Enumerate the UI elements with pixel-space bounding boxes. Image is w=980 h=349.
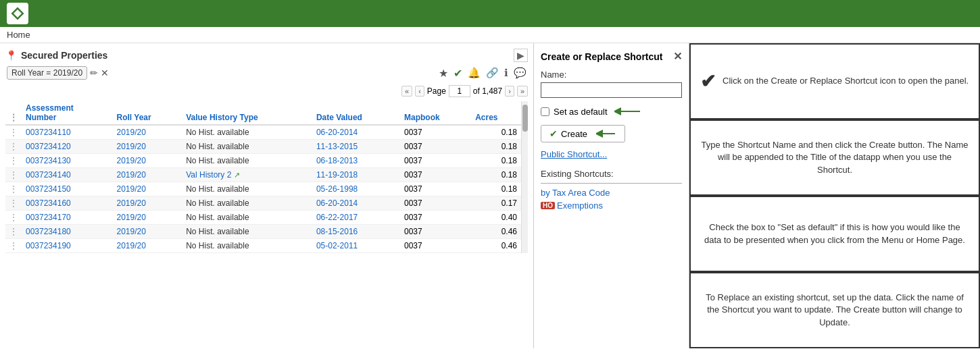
assessment-cell[interactable]: 0037234170 <box>22 211 113 225</box>
roll-year-cell: 2019/20 <box>113 211 182 225</box>
tooltip-1: ✔ Click on the Create or Replace Shortcu… <box>689 43 980 119</box>
share-icon[interactable]: 🔗 <box>486 67 499 79</box>
shortcut-item-tax[interactable]: by Tax Area Code <box>541 188 682 198</box>
assessment-cell[interactable]: 0037234150 <box>22 182 113 196</box>
edit-filter-icon[interactable]: ✏ <box>90 68 98 78</box>
assessment-cell[interactable]: 0037234160 <box>22 196 113 211</box>
drag-cell: ⋮ <box>5 225 22 239</box>
date-valued-cell: 06-22-2017 <box>312 211 400 225</box>
nav-forward-icon[interactable]: ▶ <box>514 49 528 62</box>
clear-filter-icon[interactable]: ✕ <box>101 68 109 78</box>
value-hist-cell: No Hist. available <box>182 211 312 225</box>
mapbook-cell: 0037 <box>400 196 471 211</box>
acres-cell: 0.40 <box>471 211 521 225</box>
set-default-label: Set as default <box>554 107 608 117</box>
drag-cell: ⋮ <box>5 140 22 154</box>
tooltip2-text: Type the Shortcut Name and then click th… <box>701 140 968 174</box>
drag-cell: ⋮ <box>5 211 22 225</box>
assessment-cell[interactable]: 0037234140 <box>22 168 113 182</box>
public-shortcut-link[interactable]: Public Shortcut... <box>541 149 682 159</box>
roll-year-cell: 2019/20 <box>113 140 182 154</box>
col-value-hist[interactable]: Value History Type <box>182 101 312 125</box>
assessment-cell[interactable]: 0037234180 <box>22 225 113 239</box>
assessment-cell[interactable]: 0037234190 <box>22 239 113 253</box>
info-icon[interactable]: ℹ <box>504 67 508 79</box>
left-panel: 📍 Secured Properties ▶ Roll Year = 2019/… <box>0 43 534 348</box>
home-link[interactable]: Home <box>7 30 30 40</box>
col-mapbook[interactable]: Mapbook <box>400 101 471 125</box>
tooltip1-check-icon: ✔ <box>700 68 716 95</box>
mapbook-cell: 0037 <box>400 239 471 253</box>
bell-icon[interactable]: 🔔 <box>468 67 481 79</box>
shortcut-title: Create or Replace Shortcut <box>541 51 663 62</box>
col-roll-year[interactable]: Roll Year <box>113 101 182 125</box>
next-page-btn[interactable]: › <box>505 86 514 97</box>
value-hist-cell: No Hist. available <box>182 154 312 168</box>
roll-year-cell: 2019/20 <box>113 196 182 211</box>
mapbook-cell: 0037 <box>400 168 471 182</box>
col-acres[interactable]: Acres <box>471 101 521 125</box>
value-hist-cell: No Hist. available <box>182 125 312 140</box>
table-row[interactable]: ⋮ 0037234140 2019/20 Val History 2 ↗ 11-… <box>5 168 521 182</box>
page-input[interactable] <box>449 85 470 97</box>
tooltip1-text: Click on the Create or Replace Shortcut … <box>722 75 969 87</box>
right-section: Create or Replace Shortcut ✕ Name: Set a… <box>534 43 980 348</box>
tooltip-4: To Replace an existing shortcut, set up … <box>689 272 980 348</box>
value-hist-cell: No Hist. available <box>182 225 312 239</box>
data-table: ⋮ AssessmentNumber Roll Year Value Histo… <box>5 101 521 253</box>
existing-label: Existing Shortcuts: <box>541 169 682 179</box>
table-row[interactable]: ⋮ 0037234150 2019/20 No Hist. available … <box>5 182 521 196</box>
shortcut-item-exemptions[interactable]: HO Exemptions <box>541 200 682 211</box>
set-default-checkbox[interactable] <box>541 107 549 116</box>
table-row[interactable]: ⋮ 0037234170 2019/20 No Hist. available … <box>5 211 521 225</box>
last-page-btn[interactable]: » <box>517 86 528 97</box>
filter-badge: Roll Year = 2019/20 <box>7 66 87 80</box>
check-icon[interactable]: ✔ <box>454 67 462 80</box>
table-row[interactable]: ⋮ 0037234110 2019/20 No Hist. available … <box>5 125 521 140</box>
total-pages: of 1,487 <box>473 86 502 96</box>
drag-cell: ⋮ <box>5 154 22 168</box>
shortcut-panel: Create or Replace Shortcut ✕ Name: Set a… <box>534 43 689 348</box>
col-assessment[interactable]: AssessmentNumber <box>22 101 113 125</box>
acres-cell: 0.18 <box>471 125 521 140</box>
tooltip-panels: ✔ Click on the Create or Replace Shortcu… <box>689 43 980 348</box>
home-nav[interactable]: Home <box>0 27 980 43</box>
value-hist-cell: No Hist. available <box>182 182 312 196</box>
date-valued-cell: 05-02-2011 <box>312 239 400 253</box>
shortcut-close-btn[interactable]: ✕ <box>673 50 682 63</box>
create-button[interactable]: ✔ Create <box>541 125 625 142</box>
scrollbar[interactable] <box>521 101 528 253</box>
table-row[interactable]: ⋮ 0037234120 2019/20 No Hist. available … <box>5 140 521 154</box>
acres-cell: 0.46 <box>471 225 521 239</box>
roll-year-cell: 2019/20 <box>113 154 182 168</box>
table-row[interactable]: ⋮ 0037234190 2019/20 No Hist. available … <box>5 239 521 253</box>
assessment-cell[interactable]: 0037234130 <box>22 154 113 168</box>
assessment-cell[interactable]: 0037234120 <box>22 140 113 154</box>
value-hist-cell: No Hist. available <box>182 196 312 211</box>
mapbook-cell: 0037 <box>400 211 471 225</box>
create-label: Create <box>561 129 587 139</box>
roll-year-cell: 2019/20 <box>113 168 182 182</box>
drag-cell: ⋮ <box>5 239 22 253</box>
assessment-cell[interactable]: 0037234110 <box>22 125 113 140</box>
external-link-icon[interactable]: ↗ <box>234 171 240 179</box>
date-valued-cell: 11-19-2018 <box>312 168 400 182</box>
date-valued-cell: 05-26-1998 <box>312 182 400 196</box>
star-icon[interactable]: ★ <box>439 67 448 80</box>
mapbook-cell: 0037 <box>400 125 471 140</box>
app-logo <box>7 3 28 24</box>
value-hist-cell: No Hist. available <box>182 140 312 154</box>
tooltip4-text: To Replace an existing shortcut, set up … <box>706 292 964 327</box>
section-actions: ▶ <box>514 49 528 62</box>
first-page-btn[interactable]: « <box>401 86 412 97</box>
shortcut-name-input[interactable] <box>541 82 682 98</box>
table-row[interactable]: ⋮ 0037234130 2019/20 No Hist. available … <box>5 154 521 168</box>
mapbook-cell: 0037 <box>400 182 471 196</box>
table-row[interactable]: ⋮ 0037234180 2019/20 No Hist. available … <box>5 225 521 239</box>
prev-page-btn[interactable]: ‹ <box>415 86 424 97</box>
table-row[interactable]: ⋮ 0037234160 2019/20 No Hist. available … <box>5 196 521 211</box>
tooltip-3: Check the box to "Set as default" if thi… <box>689 196 980 272</box>
comment-icon[interactable]: 💬 <box>514 67 526 79</box>
col-date-valued[interactable]: Date Valued <box>312 101 400 125</box>
page-label: Page <box>427 86 446 96</box>
